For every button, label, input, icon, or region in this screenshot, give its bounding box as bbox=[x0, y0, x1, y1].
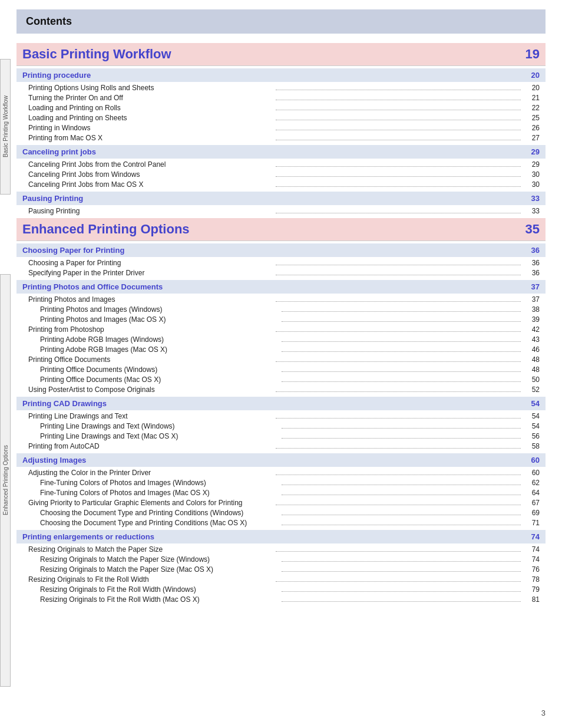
toc-page: 21 bbox=[523, 94, 540, 102]
toc-entry: Canceling Print Jobs from Mac OS X 30 bbox=[16, 179, 546, 189]
toc-dots bbox=[276, 551, 521, 552]
toc-entry: Printing Office Documents 48 bbox=[16, 354, 546, 364]
toc-entry: Printing Photos and Images (Mac OS X) 39 bbox=[16, 314, 546, 324]
contents-title: Contents bbox=[26, 15, 72, 27]
section-page: 36 bbox=[523, 246, 540, 255]
toc-page: 20 bbox=[523, 84, 540, 92]
toc-dots bbox=[276, 391, 521, 392]
toc-entry: Resizing Originals to Match the Paper Si… bbox=[16, 544, 546, 554]
toc-dots bbox=[276, 475, 521, 475]
side-tab-enhanced: Enhanced Printing Options bbox=[0, 274, 11, 687]
toc-dots bbox=[276, 265, 521, 265]
toc-dots bbox=[282, 321, 521, 322]
section-row: Printing Photos and Office Documents 37 bbox=[16, 280, 546, 294]
section-title: Pausing Printing bbox=[22, 194, 83, 203]
toc-dots bbox=[276, 186, 521, 187]
toc-page: 67 bbox=[523, 499, 540, 507]
toc-entry: Printing Line Drawings and Text 54 bbox=[16, 411, 546, 421]
toc-dots bbox=[276, 176, 521, 177]
toc-dots bbox=[276, 90, 521, 90]
toc-dots bbox=[282, 485, 521, 485]
toc-page: 46 bbox=[523, 345, 540, 354]
section-title: Canceling print jobs bbox=[22, 147, 96, 156]
section-row: Canceling print jobs 29 bbox=[16, 145, 546, 159]
toc-label: Using PosterArtist to Compose Originals bbox=[28, 386, 273, 394]
toc-label: Printing Photos and Images (Mac OS X) bbox=[40, 315, 279, 324]
toc-label: Printing from AutoCAD bbox=[28, 442, 273, 450]
toc-label: Printing Photos and Images (Windows) bbox=[40, 305, 279, 314]
toc-dots bbox=[282, 591, 521, 592]
toc-dots bbox=[276, 275, 521, 275]
toc-page: 36 bbox=[523, 259, 540, 267]
toc-entry: Fine-Tuning Colors of Photos and Images … bbox=[16, 477, 546, 487]
toc-label: Choosing the Document Type and Printing … bbox=[40, 519, 279, 527]
section-page: 33 bbox=[523, 194, 540, 203]
toc-dots bbox=[282, 428, 521, 429]
toc-entry: Choosing a Paper for Printing 36 bbox=[16, 258, 546, 268]
toc-label: Choosing the Document Type and Printing … bbox=[40, 509, 279, 517]
main-content: Contents Basic Printing Workflow 19 Prin… bbox=[16, 0, 546, 728]
section-page: 74 bbox=[523, 532, 540, 541]
toc-label: Loading and Printing on Rolls bbox=[28, 104, 273, 112]
toc-dots bbox=[276, 140, 521, 140]
toc-entry: Printing Adobe RGB Images (Mac OS X) 46 bbox=[16, 344, 546, 354]
toc-page: 81 bbox=[523, 595, 540, 604]
section-group: Adjusting Images 60 Adjusting the Color … bbox=[16, 453, 546, 528]
toc-entry: Printing Office Documents (Mac OS X) 50 bbox=[16, 374, 546, 384]
chapter-page: 19 bbox=[525, 47, 540, 62]
toc-label: Printing Office Documents (Windows) bbox=[40, 365, 279, 374]
section-page: 20 bbox=[523, 71, 540, 80]
toc-entry: Turning the Printer On and Off 21 bbox=[16, 93, 546, 103]
toc-entry: Adjusting the Color in the Printer Drive… bbox=[16, 467, 546, 477]
chapter-row: Enhanced Printing Options 35 bbox=[16, 218, 546, 241]
toc-label: Printing Adobe RGB Images (Windows) bbox=[40, 335, 279, 344]
toc-page: 54 bbox=[523, 422, 540, 430]
toc-page: 48 bbox=[523, 355, 540, 364]
section-group: Printing Photos and Office Documents 37 … bbox=[16, 280, 546, 394]
toc-entry: Resizing Originals to Match the Paper Si… bbox=[16, 564, 546, 574]
toc-label: Printing Options Using Rolls and Sheets bbox=[28, 84, 273, 92]
toc-dots bbox=[276, 581, 521, 582]
toc-page: 78 bbox=[523, 575, 540, 584]
toc-entry: Canceling Print Jobs from Windows 30 bbox=[16, 169, 546, 179]
toc-page: 27 bbox=[523, 134, 540, 142]
toc-page: 62 bbox=[523, 479, 540, 487]
section-group: Pausing Printing 33 Pausing Printing 33 bbox=[16, 192, 546, 216]
toc-page: 64 bbox=[523, 489, 540, 497]
toc-entry: Resizing Originals to Fit the Roll Width… bbox=[16, 574, 546, 584]
toc-label: Fine-Tuning Colors of Photos and Images … bbox=[40, 479, 279, 487]
toc-label: Printing Line Drawings and Text (Windows… bbox=[40, 422, 279, 430]
chapter-title: Enhanced Printing Options bbox=[22, 222, 190, 237]
toc-label: Printing Office Documents (Mac OS X) bbox=[40, 375, 279, 384]
toc-page: 48 bbox=[523, 365, 540, 374]
toc-page: 60 bbox=[523, 469, 540, 477]
toc-label: Fine-Tuning Colors of Photos and Images … bbox=[40, 489, 279, 497]
toc-label: Resizing Originals to Match the Paper Si… bbox=[40, 555, 279, 564]
page-wrapper: Basic Printing Workflow Enhanced Printin… bbox=[0, 0, 562, 728]
toc-label: Canceling Print Jobs from Windows bbox=[28, 170, 273, 179]
toc-dots bbox=[276, 331, 521, 332]
toc-dots bbox=[282, 381, 521, 382]
toc-dots bbox=[282, 495, 521, 495]
toc-entry: Loading and Printing on Sheets 25 bbox=[16, 113, 546, 123]
section-row: Printing CAD Drawings 54 bbox=[16, 397, 546, 410]
toc-page: 26 bbox=[523, 124, 540, 132]
section-page: 29 bbox=[523, 147, 540, 156]
chapter-row: Basic Printing Workflow 19 bbox=[16, 43, 546, 66]
toc-label: Printing Office Documents bbox=[28, 355, 273, 364]
toc-dots bbox=[282, 341, 521, 342]
toc-dots bbox=[282, 371, 521, 372]
toc-container: Basic Printing Workflow 19 Printing proc… bbox=[16, 43, 546, 604]
toc-label: Turning the Printer On and Off bbox=[28, 94, 273, 102]
section-page: 54 bbox=[523, 399, 540, 408]
section-group: Printing enlargements or reductions 74 R… bbox=[16, 530, 546, 604]
toc-label: Choosing a Paper for Printing bbox=[28, 259, 273, 267]
section-group: Printing procedure 20 Printing Options U… bbox=[16, 68, 546, 143]
toc-entry: Printing Photos and Images (Windows) 38 bbox=[16, 304, 546, 314]
toc-page: 25 bbox=[523, 114, 540, 122]
section-group: Canceling print jobs 29 Canceling Print … bbox=[16, 145, 546, 189]
toc-entry: Printing from AutoCAD 58 bbox=[16, 441, 546, 451]
toc-entry: Resizing Originals to Match the Paper Si… bbox=[16, 554, 546, 564]
contents-header: Contents bbox=[16, 9, 546, 34]
toc-entry: Specifying Paper in the Printer Driver 3… bbox=[16, 268, 546, 278]
